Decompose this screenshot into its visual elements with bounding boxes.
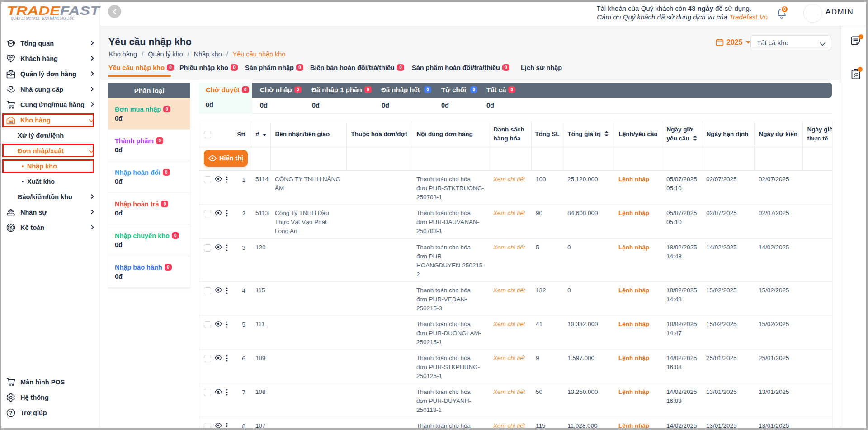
svg-text:?: ? — [9, 410, 12, 416]
svg-text:$: $ — [9, 225, 12, 230]
